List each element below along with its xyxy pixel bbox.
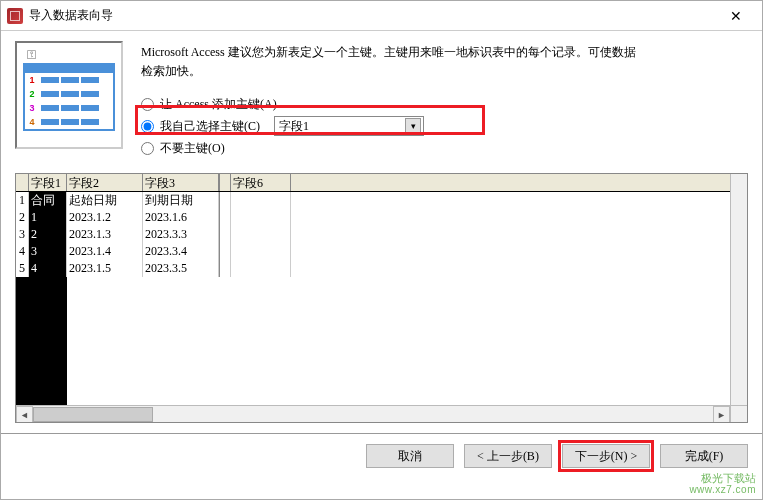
scroll-thumb[interactable] (33, 407, 153, 422)
cell-field1: 3 (29, 243, 67, 260)
dropdown-value: 字段1 (279, 117, 309, 136)
cancel-button[interactable]: 取消 (366, 444, 454, 468)
col-separator (219, 174, 231, 191)
scroll-left-icon[interactable]: ◄ (16, 406, 33, 423)
finish-button[interactable]: 完成(F) (660, 444, 748, 468)
instruction-text-1: Microsoft Access 建议您为新表定义一个主键。主键用来唯一地标识表… (141, 43, 748, 62)
cell-sep (219, 260, 231, 277)
cell-field1: 1 (29, 209, 67, 226)
cell-field2: 2023.1.2 (67, 209, 143, 226)
col-header-2[interactable]: 字段2 (67, 174, 143, 191)
radio-input-2[interactable] (141, 120, 154, 133)
table-row[interactable]: 322023.1.32023.3.3 (16, 226, 747, 243)
cell-field3: 2023.3.5 (143, 260, 219, 277)
cell-field1: 合同 (29, 192, 67, 209)
cell-field1: 2 (29, 226, 67, 243)
grid-body: 1合同起始日期到期日期212023.1.22023.1.6322023.1.32… (16, 192, 747, 277)
titlebar: 导入数据表向导 ✕ (1, 1, 762, 31)
table-row[interactable]: 432023.1.42023.3.4 (16, 243, 747, 260)
radio-choose-key[interactable]: 我自己选择主键(C) 字段1 ▾ (141, 115, 748, 137)
table-row[interactable]: 1合同起始日期到期日期 (16, 192, 747, 209)
horizontal-scrollbar[interactable]: ◄ ► (16, 405, 730, 422)
cell-sep (219, 243, 231, 260)
content-area: ⚿ 1 2 3 4 Microsoft Access 建议您为新表定义一个主键。… (1, 31, 762, 423)
col-header-empty (291, 174, 747, 191)
cell-sep (219, 226, 231, 243)
instructions: Microsoft Access 建议您为新表定义一个主键。主键用来唯一地标识表… (141, 41, 748, 159)
cell-field2: 起始日期 (67, 192, 143, 209)
radio-no-key[interactable]: 不要主键(O) (141, 137, 748, 159)
cell-field3: 2023.3.3 (143, 226, 219, 243)
col-header-6[interactable]: 字段6 (231, 174, 291, 191)
cell-field2: 2023.1.5 (67, 260, 143, 277)
radio-input-3[interactable] (141, 142, 154, 155)
row-number: 2 (16, 209, 29, 226)
cell-field1: 4 (29, 260, 67, 277)
close-button[interactable]: ✕ (716, 4, 756, 28)
cell-sep (219, 209, 231, 226)
row-number-header (16, 174, 29, 191)
cell-field2: 2023.1.4 (67, 243, 143, 260)
cell-field6 (231, 192, 291, 209)
row-number: 3 (16, 226, 29, 243)
radio-label-3: 不要主键(O) (160, 139, 225, 158)
cell-field2: 2023.1.3 (67, 226, 143, 243)
grid-header: 字段1 字段2 字段3 字段6 (16, 174, 747, 192)
selected-column-fill (16, 277, 67, 405)
col-header-1[interactable]: 字段1 (29, 174, 67, 191)
radio-input-1[interactable] (141, 98, 154, 111)
radio-access-add-key[interactable]: 让 Access 添加主键(A) (141, 93, 748, 115)
instruction-text-2: 检索加快。 (141, 62, 748, 81)
watermark-line2: www.xz7.com (689, 484, 756, 495)
row-number: 5 (16, 260, 29, 277)
cell-field6 (231, 260, 291, 277)
scroll-track[interactable] (33, 406, 713, 422)
next-button[interactable]: 下一步(N) > (562, 444, 650, 468)
cell-field6 (231, 243, 291, 260)
cell-field6 (231, 209, 291, 226)
primary-key-options: 让 Access 添加主键(A) 我自己选择主键(C) 字段1 ▾ 不要主键(O… (141, 93, 748, 159)
wizard-illustration: ⚿ 1 2 3 4 (15, 41, 123, 149)
cell-field6 (231, 226, 291, 243)
cell-field3: 2023.3.4 (143, 243, 219, 260)
cell-sep (219, 192, 231, 209)
cell-field3: 到期日期 (143, 192, 219, 209)
back-button[interactable]: < 上一步(B) (464, 444, 552, 468)
scroll-right-icon[interactable]: ► (713, 406, 730, 423)
table-row[interactable]: 212023.1.22023.1.6 (16, 209, 747, 226)
wizard-dialog: 导入数据表向导 ✕ ⚿ 1 2 3 4 Microsoft Access 建议您… (0, 0, 763, 500)
chevron-down-icon[interactable]: ▾ (405, 118, 421, 134)
key-field-dropdown[interactable]: 字段1 ▾ (274, 116, 424, 136)
radio-label-2: 我自己选择主键(C) (160, 117, 260, 136)
row-number: 1 (16, 192, 29, 209)
watermark: 极光下载站 www.xz7.com (689, 472, 756, 495)
scroll-corner (730, 405, 747, 422)
col-header-3[interactable]: 字段3 (143, 174, 219, 191)
watermark-line1: 极光下载站 (689, 472, 756, 484)
window-title: 导入数据表向导 (29, 7, 716, 24)
vertical-scrollbar[interactable] (730, 174, 747, 405)
table-row[interactable]: 542023.1.52023.3.5 (16, 260, 747, 277)
radio-label-1: 让 Access 添加主键(A) (160, 95, 277, 114)
cell-field3: 2023.1.6 (143, 209, 219, 226)
app-icon (7, 8, 23, 24)
key-icon: ⚿ (27, 49, 37, 60)
footer: 取消 < 上一步(B) 下一步(N) > 完成(F) (1, 434, 762, 478)
row-number: 4 (16, 243, 29, 260)
data-preview: 字段1 字段2 字段3 字段6 1合同起始日期到期日期212023.1.2202… (15, 173, 748, 423)
